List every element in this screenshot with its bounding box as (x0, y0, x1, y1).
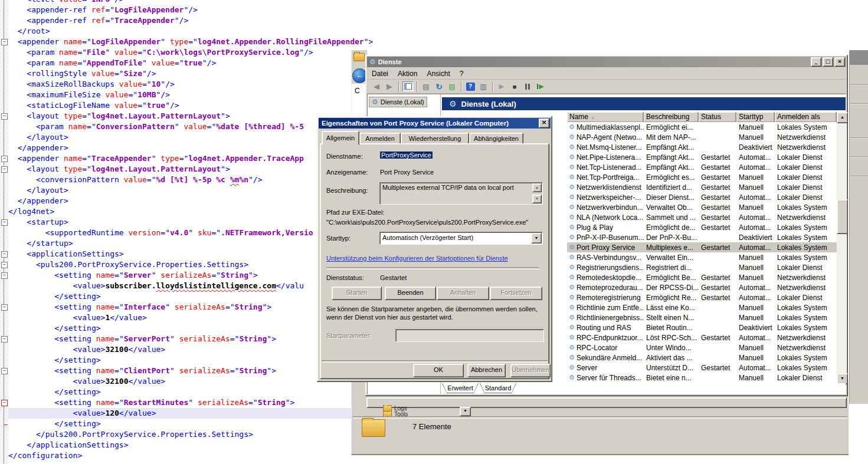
services-scrollbar[interactable]: ▲ ▼ (837, 112, 847, 383)
service-row[interactable]: ⚙Net.Tcp-Portfreiga...Ermöglicht es...Ge… (567, 172, 837, 182)
code-line[interactable]: <setting name="RestartMinutes" serialize… (8, 397, 352, 408)
service-row[interactable]: ⚙RemoteregistrierungErmöglicht Re...Gest… (567, 292, 837, 302)
service-row[interactable]: ⚙Net.Msmq-Listener...Empfängt Akt...Deak… (567, 142, 837, 152)
startparameter-input[interactable] (395, 329, 544, 342)
column-header-status[interactable]: Status (699, 112, 736, 122)
column-header-anmelden-als[interactable]: Anmelden als (775, 112, 837, 122)
fold-marker-icon[interactable]: − (1, 272, 8, 279)
properties-icon[interactable]: ▤ (420, 81, 432, 93)
code-line[interactable]: </configuration> (8, 450, 352, 461)
code-line[interactable]: <appender name="TraceAppender" type="log… (8, 153, 352, 164)
code-line[interactable]: <layout type="log4net.Layout.PatternLayo… (8, 111, 352, 121)
service-row[interactable]: ⚙Registrierungsdiens...Registriert di...… (567, 262, 837, 272)
code-line[interactable]: </log4net> (8, 206, 352, 217)
restart-service-icon[interactable]: ▶ (535, 81, 546, 93)
xml-code-area[interactable]: <level value="INFO"/> <appender-ref ref=… (8, 0, 352, 461)
scroll-up-button[interactable]: ▲ (837, 112, 848, 123)
fold-marker-icon[interactable]: − (1, 219, 8, 226)
code-line[interactable]: <value>120</value> (8, 408, 352, 419)
code-line[interactable]: </setting> (8, 419, 352, 429)
tab-erweitert[interactable]: Erweitert (442, 383, 479, 393)
extended-view-icon[interactable]: ▥ (477, 81, 489, 93)
service-row[interactable]: ⚙Net.Pipe-Listenera...Empfängt Akt...Ges… (567, 152, 837, 162)
code-line[interactable]: </root> (8, 26, 352, 37)
code-line[interactable]: <maxSizeRollBackups value="10"/> (8, 79, 352, 90)
service-row[interactable]: ⚙NetzwerklistendienstIdentifiziert d...G… (567, 182, 837, 192)
code-line[interactable]: </setting> (8, 355, 352, 366)
service-row[interactable]: ⚙Remoteprozedurau...Der RPCSS-Di...Gesta… (567, 282, 837, 292)
code-line[interactable]: <setting name="Interface" serializeAs="S… (8, 302, 352, 312)
service-row[interactable]: ⚙Routing und RASBietet Routin...Deaktivi… (567, 323, 837, 333)
scroll-down-icon[interactable]: ▼ (532, 195, 542, 203)
start-service-icon[interactable]: ▶ (496, 81, 507, 93)
column-header-name[interactable]: Name▲ (567, 112, 644, 122)
code-line[interactable]: <layout type="log4net.Layout.PatternLayo… (8, 164, 352, 175)
active-fold-marker-icon[interactable]: − (1, 400, 8, 406)
service-row[interactable]: ⚙RPC-Endpunktzuor...Löst RPC-Sch...Gesta… (567, 333, 837, 343)
column-header-beschreibung[interactable]: Beschreibung (644, 112, 699, 122)
fortsetzen-button[interactable]: Fortsetzen (490, 287, 542, 300)
menu-item-aktion[interactable]: Aktion (393, 69, 422, 78)
close-button[interactable]: × (834, 57, 845, 67)
code-line[interactable]: <param name="ConversionPattern" value="%… (8, 121, 352, 132)
starttyp-select[interactable]: Automatisch (Verzögerter Start) ▼ (379, 232, 543, 245)
menu-item-datei[interactable]: Datei (367, 69, 393, 78)
fold-marker-icon[interactable]: − (1, 39, 8, 45)
beenden-button[interactable]: Beenden (385, 287, 436, 300)
service-row[interactable]: ⚙Net.Tcp-Listenerad...Empfängt Akt...Ges… (567, 162, 837, 172)
fold-marker-icon[interactable]: − (1, 156, 8, 162)
fold-marker-icon[interactable]: − (1, 368, 8, 374)
dialog-titlebar[interactable]: Eigenschaften von Port Proxy Service (Lo… (319, 118, 551, 129)
code-line[interactable]: <value>32100</value> (8, 344, 352, 355)
maximize-button[interactable]: □ (823, 57, 833, 67)
code-line[interactable]: <supportedRuntime version="v4.0" sku=".N… (8, 228, 352, 238)
code-line[interactable]: <maximumFileSize value="10MB"/> (8, 90, 352, 100)
service-row[interactable]: ⚙NLA (Network Loca...Sammelt und ...Gest… (567, 212, 837, 222)
code-line[interactable]: <startup> (8, 217, 352, 228)
help-icon[interactable]: ? (464, 81, 476, 93)
tree-item-tools[interactable]: Tools (383, 412, 408, 416)
code-line[interactable]: <value>32100</value> (8, 376, 352, 387)
code-line[interactable]: <value>subscriber.lloydslistintelligence… (8, 281, 352, 291)
service-row[interactable]: ⚙Multimediaklassenpl...Ermöglicht ei...M… (567, 122, 837, 132)
service-row[interactable]: ⚙RPC-LocatorUnter Windo...ManuellNetzwer… (567, 343, 837, 353)
service-row[interactable]: ⚙Richtlinienergebniss...Stellt einen N..… (567, 312, 837, 323)
menu-item-help[interactable]: ? (455, 69, 469, 78)
service-row[interactable]: ⚙Netzwerkverbindun...Verwaltet Ob...Gest… (567, 202, 837, 212)
ok-button[interactable]: OK (413, 364, 464, 377)
code-line[interactable]: <conversionPattern value="%d [%t] %-5p %… (8, 175, 352, 185)
code-line[interactable]: <staticLogFileName value="true"/> (8, 100, 352, 111)
services-titlebar[interactable]: ⚙ Dienste _□× (367, 57, 846, 67)
fold-marker-icon[interactable]: − (1, 336, 8, 343)
dropdown-button[interactable]: ▼ (460, 407, 471, 416)
service-row[interactable]: ⚙RAS-Verbindungsv...Verwaltet Ein...Manu… (567, 252, 837, 262)
code-line[interactable]: </setting> (8, 387, 352, 397)
code-line[interactable]: <level value="INFO"/> (8, 0, 352, 5)
scroll-up-icon[interactable]: ▲ (532, 183, 542, 192)
service-row[interactable]: ⚙PnP-X-IP-Busenum...Der PnP-X-Bu...Deakt… (567, 232, 837, 242)
starten-button[interactable]: Starten (332, 287, 382, 300)
service-row[interactable]: ⚙ServerUnterstützt D...GestartetAutomat.… (567, 363, 837, 373)
dialog-tab-allgemein[interactable]: Allgemein (322, 131, 359, 145)
minimize-button[interactable]: _ (811, 57, 821, 67)
chevron-down-icon[interactable]: ▼ (531, 233, 542, 243)
dialog-tab-wiederherstellung[interactable]: Wiederherstellung (401, 133, 469, 144)
code-line[interactable]: </layout> (8, 185, 352, 196)
code-line[interactable]: </puls200.PortProxyService.Properties.Se… (8, 429, 352, 440)
dialog-tab-abhängigkeiten[interactable]: Abhängigkeiten (469, 133, 523, 144)
show-console-tree-icon[interactable] (402, 81, 414, 93)
service-row[interactable]: ⚙Server für Threads...Bietet eine n...Ma… (567, 373, 837, 383)
abbrechen-button[interactable]: Abbrechen (467, 364, 506, 377)
code-line[interactable]: <puls200.PortProxyService.Properties.Set… (8, 259, 352, 270)
code-line[interactable]: </setting> (8, 291, 352, 302)
code-line[interactable]: <setting name="Server" serializeAs="Stri… (8, 270, 352, 281)
stop-service-icon[interactable]: ■ (509, 81, 520, 93)
übernehmen-button[interactable]: Übernehmen (510, 364, 551, 377)
dialog-tab-anmelden[interactable]: Anmelden (359, 133, 401, 144)
code-line[interactable]: </layout> (8, 132, 352, 143)
dienstname-value[interactable]: PortProxyService (380, 152, 433, 159)
fold-marker-icon[interactable]: − (1, 166, 8, 173)
service-row[interactable]: ⚙Plug & PlayErmöglicht de...GestartetAut… (567, 222, 837, 232)
code-line[interactable]: </appender> (8, 196, 352, 206)
close-icon[interactable]: × (539, 119, 549, 128)
